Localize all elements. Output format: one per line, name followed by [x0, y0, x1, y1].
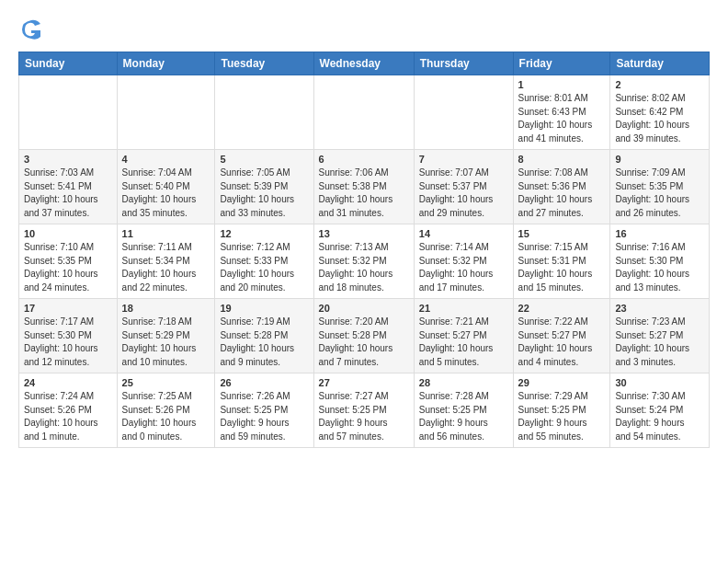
day-number: 23: [615, 303, 704, 314]
day-number: 3: [24, 154, 112, 165]
day-cell: 22Sunrise: 7:22 AM Sunset: 5:27 PM Dayli…: [513, 299, 610, 373]
day-number: 1: [518, 79, 606, 90]
day-cell: 25Sunrise: 7:25 AM Sunset: 5:26 PM Dayli…: [117, 373, 215, 448]
day-info: Sunrise: 7:10 AM Sunset: 5:35 PM Dayligh…: [24, 241, 112, 294]
day-number: 18: [122, 303, 210, 314]
day-number: 11: [122, 228, 210, 239]
weekday-header-saturday: Saturday: [610, 52, 710, 75]
day-info: Sunrise: 7:28 AM Sunset: 5:25 PM Dayligh…: [419, 390, 508, 443]
weekday-header-thursday: Thursday: [414, 52, 513, 75]
day-number: 26: [220, 377, 308, 388]
day-cell: 4Sunrise: 7:04 AM Sunset: 5:40 PM Daylig…: [117, 150, 215, 224]
day-number: 27: [319, 377, 409, 388]
day-info: Sunrise: 7:03 AM Sunset: 5:41 PM Dayligh…: [24, 167, 112, 220]
day-info: Sunrise: 7:21 AM Sunset: 5:27 PM Dayligh…: [419, 316, 508, 369]
day-info: Sunrise: 7:18 AM Sunset: 5:29 PM Dayligh…: [122, 316, 210, 369]
week-row-3: 10Sunrise: 7:10 AM Sunset: 5:35 PM Dayli…: [19, 224, 710, 299]
calendar: SundayMondayTuesdayWednesdayThursdayFrid…: [18, 52, 710, 448]
day-number: 2: [615, 79, 704, 90]
day-number: 15: [518, 228, 606, 239]
weekday-header-tuesday: Tuesday: [215, 52, 313, 75]
day-number: 12: [220, 228, 308, 239]
day-info: Sunrise: 7:27 AM Sunset: 5:25 PM Dayligh…: [319, 390, 409, 443]
day-info: Sunrise: 7:12 AM Sunset: 5:33 PM Dayligh…: [220, 241, 308, 294]
day-number: 8: [518, 154, 606, 165]
week-row-4: 17Sunrise: 7:17 AM Sunset: 5:30 PM Dayli…: [19, 299, 710, 373]
day-cell: 1Sunrise: 8:01 AM Sunset: 6:43 PM Daylig…: [513, 75, 610, 150]
day-cell: 9Sunrise: 7:09 AM Sunset: 5:35 PM Daylig…: [610, 150, 710, 224]
day-number: 24: [24, 377, 112, 388]
day-info: Sunrise: 7:20 AM Sunset: 5:28 PM Dayligh…: [319, 316, 409, 369]
day-number: 5: [220, 154, 308, 165]
day-cell: 10Sunrise: 7:10 AM Sunset: 5:35 PM Dayli…: [19, 224, 118, 299]
day-info: Sunrise: 7:30 AM Sunset: 5:24 PM Dayligh…: [615, 390, 704, 443]
day-cell: 2Sunrise: 8:02 AM Sunset: 6:42 PM Daylig…: [610, 75, 710, 150]
day-cell: 12Sunrise: 7:12 AM Sunset: 5:33 PM Dayli…: [215, 224, 313, 299]
weekday-header-sunday: Sunday: [19, 52, 118, 75]
day-info: Sunrise: 8:02 AM Sunset: 6:42 PM Dayligh…: [615, 92, 704, 145]
day-number: 21: [419, 303, 508, 314]
week-row-1: 1Sunrise: 8:01 AM Sunset: 6:43 PM Daylig…: [19, 75, 710, 150]
day-cell: 28Sunrise: 7:28 AM Sunset: 5:25 PM Dayli…: [414, 373, 513, 448]
logo-icon: [18, 17, 44, 42]
day-number: 6: [319, 154, 409, 165]
day-cell: [19, 75, 118, 150]
day-cell: 8Sunrise: 7:08 AM Sunset: 5:36 PM Daylig…: [513, 150, 610, 224]
logo: [18, 17, 48, 42]
day-number: 10: [24, 228, 112, 239]
day-cell: 21Sunrise: 7:21 AM Sunset: 5:27 PM Dayli…: [414, 299, 513, 373]
day-cell: 30Sunrise: 7:30 AM Sunset: 5:24 PM Dayli…: [610, 373, 710, 448]
day-info: Sunrise: 7:11 AM Sunset: 5:34 PM Dayligh…: [122, 241, 210, 294]
day-number: 13: [319, 228, 409, 239]
day-info: Sunrise: 7:15 AM Sunset: 5:31 PM Dayligh…: [518, 241, 606, 294]
day-cell: 16Sunrise: 7:16 AM Sunset: 5:30 PM Dayli…: [610, 224, 710, 299]
day-cell: [215, 75, 313, 150]
day-cell: 18Sunrise: 7:18 AM Sunset: 5:29 PM Dayli…: [117, 299, 215, 373]
day-info: Sunrise: 7:25 AM Sunset: 5:26 PM Dayligh…: [122, 390, 210, 443]
day-info: Sunrise: 7:17 AM Sunset: 5:30 PM Dayligh…: [24, 316, 112, 369]
day-cell: 5Sunrise: 7:05 AM Sunset: 5:39 PM Daylig…: [215, 150, 313, 224]
day-info: Sunrise: 7:19 AM Sunset: 5:28 PM Dayligh…: [220, 316, 308, 369]
day-info: Sunrise: 7:09 AM Sunset: 5:35 PM Dayligh…: [615, 167, 704, 220]
day-cell: 24Sunrise: 7:24 AM Sunset: 5:26 PM Dayli…: [19, 373, 118, 448]
day-cell: [414, 75, 513, 150]
day-info: Sunrise: 7:13 AM Sunset: 5:32 PM Dayligh…: [319, 241, 409, 294]
day-number: 22: [518, 303, 606, 314]
weekday-header-wednesday: Wednesday: [313, 52, 414, 75]
day-info: Sunrise: 7:06 AM Sunset: 5:38 PM Dayligh…: [319, 167, 409, 220]
day-info: Sunrise: 8:01 AM Sunset: 6:43 PM Dayligh…: [518, 92, 606, 145]
day-cell: 7Sunrise: 7:07 AM Sunset: 5:37 PM Daylig…: [414, 150, 513, 224]
day-info: Sunrise: 7:04 AM Sunset: 5:40 PM Dayligh…: [122, 167, 210, 220]
day-number: 7: [419, 154, 508, 165]
weekday-header-monday: Monday: [117, 52, 215, 75]
day-cell: 23Sunrise: 7:23 AM Sunset: 5:27 PM Dayli…: [610, 299, 710, 373]
day-number: 25: [122, 377, 210, 388]
day-cell: 14Sunrise: 7:14 AM Sunset: 5:32 PM Dayli…: [414, 224, 513, 299]
day-info: Sunrise: 7:26 AM Sunset: 5:25 PM Dayligh…: [220, 390, 308, 443]
day-info: Sunrise: 7:29 AM Sunset: 5:25 PM Dayligh…: [518, 390, 606, 443]
day-info: Sunrise: 7:22 AM Sunset: 5:27 PM Dayligh…: [518, 316, 606, 369]
page: SundayMondayTuesdayWednesdayThursdayFrid…: [0, 0, 728, 459]
day-info: Sunrise: 7:24 AM Sunset: 5:26 PM Dayligh…: [24, 390, 112, 443]
day-cell: 19Sunrise: 7:19 AM Sunset: 5:28 PM Dayli…: [215, 299, 313, 373]
day-cell: 29Sunrise: 7:29 AM Sunset: 5:25 PM Dayli…: [513, 373, 610, 448]
day-info: Sunrise: 7:07 AM Sunset: 5:37 PM Dayligh…: [419, 167, 508, 220]
header: [18, 17, 710, 42]
day-cell: 27Sunrise: 7:27 AM Sunset: 5:25 PM Dayli…: [313, 373, 414, 448]
day-cell: 11Sunrise: 7:11 AM Sunset: 5:34 PM Dayli…: [117, 224, 215, 299]
day-cell: 6Sunrise: 7:06 AM Sunset: 5:38 PM Daylig…: [313, 150, 414, 224]
week-row-2: 3Sunrise: 7:03 AM Sunset: 5:41 PM Daylig…: [19, 150, 710, 224]
day-number: 29: [518, 377, 606, 388]
day-info: Sunrise: 7:05 AM Sunset: 5:39 PM Dayligh…: [220, 167, 308, 220]
day-number: 16: [615, 228, 704, 239]
day-info: Sunrise: 7:23 AM Sunset: 5:27 PM Dayligh…: [615, 316, 704, 369]
week-row-5: 24Sunrise: 7:24 AM Sunset: 5:26 PM Dayli…: [19, 373, 710, 448]
day-number: 20: [319, 303, 409, 314]
weekday-header-row: SundayMondayTuesdayWednesdayThursdayFrid…: [19, 52, 710, 75]
day-number: 14: [419, 228, 508, 239]
day-cell: [117, 75, 215, 150]
day-number: 17: [24, 303, 112, 314]
day-cell: 15Sunrise: 7:15 AM Sunset: 5:31 PM Dayli…: [513, 224, 610, 299]
weekday-header-friday: Friday: [513, 52, 610, 75]
day-cell: 20Sunrise: 7:20 AM Sunset: 5:28 PM Dayli…: [313, 299, 414, 373]
